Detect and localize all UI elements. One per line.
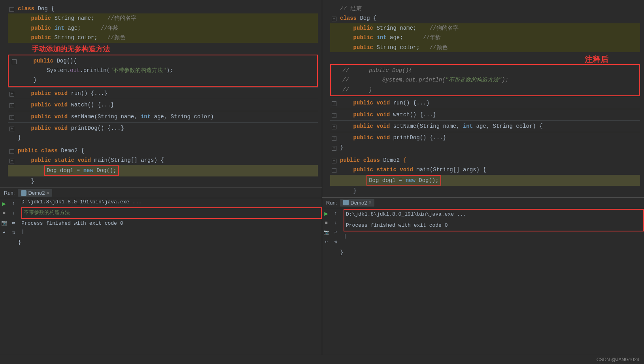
main-container: − class Dog { public String name; //狗的名字… [0,0,644,355]
right-run-sidebar: ▶ ↑ ■ ↓ 📷 ⇌ ↩ ⇅ [322,208,340,248]
right-run-tab[interactable]: Demo2 × [340,199,374,207]
run-output-box: 不带参数的构造方法 [21,207,322,219]
line: − public static void main(String[] args)… [8,155,318,165]
line: // } [332,85,638,95]
right-run-tab-close[interactable]: × [368,200,371,205]
fold-icon[interactable]: − [9,159,14,163]
fold-icon[interactable]: + [9,103,14,108]
fold-icon[interactable]: − [9,7,14,12]
line: public int age; //年龄 [8,23,318,33]
run-tab[interactable]: Demo2 × [18,189,52,197]
run-back-button[interactable]: ↩ [0,228,8,236]
footer: CSDN @JANG1024 [0,355,644,364]
line: − public static void main(String[] args)… [330,165,640,174]
run-java-path: D:\jdk1.8\jdk1.8.0_191\bin\java.exe ... [21,199,142,205]
line: − class Dog { [330,13,640,23]
run-camera-button[interactable]: 📷 [0,219,8,227]
right-run-back-button[interactable]: ↩ [322,238,330,246]
run-label: Run: [4,190,15,196]
line: + public void watch() {...} [330,110,640,119]
fold-icon[interactable]: − [12,59,17,64]
left-code-area-end: } [0,238,322,247]
fold-icon[interactable]: + [9,115,14,120]
fold-icon[interactable]: + [332,146,336,151]
left-run-panel: Run: Demo2 × ▶ ↑ ■ ↓ [0,188,322,238]
right-run-process-line: Process finished with exit code 0 [346,222,642,230]
line: − class Dog { [8,4,318,13]
run-path-line: D:\jdk1.8\jdk1.8.0_191\bin\java.exe ... [21,198,322,207]
fold-icon[interactable]: − [9,149,14,154]
run-stop-button[interactable]: ■ [0,209,8,217]
right-annotation: 注释后 [585,53,608,66]
run-controls-row: 📷 ⇌ [322,229,340,237]
run-controls-row: ▶ ↑ [322,210,340,218]
right-run-stop-button[interactable]: ■ [322,219,330,227]
fold-icon[interactable]: + [332,136,336,141]
fold-icon[interactable]: + [9,127,14,131]
run-output-text: 不带参数的构造方法 [24,210,70,216]
right-dog-inline-box: Dog dog1 = new Dog(); [366,175,441,186]
run-tab-icon [21,190,26,196]
line: + } [330,143,640,152]
run-process-line: Process finished with exit code 0 [21,220,322,228]
right-run-content: ▶ ↑ ■ ↓ 📷 ⇌ ↩ ⇅ [322,208,644,248]
right-run-output-box: D:\jdk1.8\jdk1.8.0_191\bin\java.exe ... … [344,209,644,232]
line: } [10,75,315,85]
run-controls-row: ■ ↓ [322,219,340,227]
constructor-box: − public Dog(){ System.out.println("不带参数… [8,55,318,87]
fold-icon[interactable]: − [332,17,336,21]
line: − public class Demo2 { [8,146,318,155]
right-dog-line: Dog dog1 = new Dog(); [330,175,640,186]
spacer [346,218,642,222]
line: } [8,238,318,247]
fold-icon[interactable]: + [332,101,336,106]
line: + public void run() {...} [8,89,318,98]
right-run-wrap-button[interactable]: ⇌ [332,229,340,237]
right-run-header: Run: Demo2 × [322,198,644,208]
run-tab-label: Demo2 [28,190,45,196]
run-cursor: | [21,229,25,235]
annotation-area: 手动添加的无参构造方法 [8,43,318,54]
line: } [8,133,318,142]
run-tab-close[interactable]: × [46,190,49,196]
run-up-button[interactable]: ↑ [9,200,17,208]
right-annotation-area: 注释后 [330,52,640,63]
run-sidebar: ▶ ↑ ■ ↓ 📷 ⇌ ↩ ⇅ [0,198,17,238]
run-wrap-button[interactable]: ⇌ [9,219,17,227]
line: − public class Demo2 { [330,155,640,165]
fold-icon[interactable]: + [9,92,14,97]
fold-icon[interactable]: + [332,125,336,129]
run-cursor-line: | [21,228,322,236]
right-run-label: Run: [326,200,337,206]
right-run-panel: Run: Demo2 × ▶ ↑ ■ ↓ [322,197,644,248]
fold-icon[interactable]: + [332,113,336,118]
run-play-button[interactable]: ▶ [0,200,8,208]
run-header: Run: Demo2 × [0,188,322,198]
line: System.out.println("不带参数的构造方法"); [10,66,315,75]
line: } [330,248,640,257]
right-run-up-button[interactable]: ↑ [332,210,340,218]
line: public String color; //颜色 [8,33,318,42]
run-sort-button[interactable]: ⇅ [9,228,17,236]
run-controls-row: ↩ ⇅ [322,238,340,246]
right-run-down-button[interactable]: ↓ [332,219,340,227]
run-controls-row: ↩ ⇅ [0,228,17,236]
right-run-play-button[interactable]: ▶ [322,210,330,218]
run-process-text: Process finished with exit code 0 [21,220,123,226]
fold-icon[interactable]: − [332,159,336,163]
right-run-process-text: Process finished with exit code 0 [346,222,448,228]
line: public String name; //狗的名字 [8,13,318,23]
run-controls-row: ■ ↓ [0,209,17,217]
dog-inline-box: Dog dog1 = new Dog(); [44,165,119,176]
run-down-button[interactable]: ↓ [9,209,17,217]
right-run-camera-button[interactable]: 📷 [322,229,330,237]
line: } [8,176,318,186]
line: } [330,186,640,195]
right-run-tab-label: Demo2 [350,200,367,206]
fold-icon[interactable]: − [332,168,336,173]
right-code-area-end: } [322,248,644,257]
line: − public Dog(){ [10,56,315,66]
right-run-tab-icon [343,200,349,205]
line: + public void run() {...} [330,98,640,108]
right-run-sort-button[interactable]: ⇅ [332,238,340,246]
